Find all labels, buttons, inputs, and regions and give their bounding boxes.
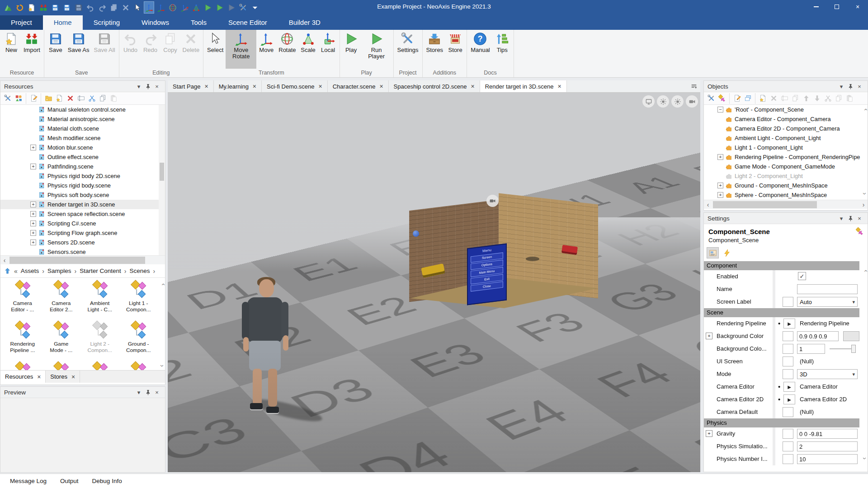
tree-expander[interactable]: − (717, 107, 723, 113)
scrollbar-thumb[interactable] (160, 163, 164, 181)
resource-thumbnail[interactable] (80, 361, 119, 370)
tree-item[interactable]: Mesh modifier.scene (0, 133, 165, 143)
qat-menu-icon[interactable] (250, 1, 260, 14)
document-tab[interactable]: Sci-fi Demo.scene × (262, 80, 328, 92)
app-logo-icon[interactable] (3, 1, 13, 14)
pin-icon[interactable] (143, 84, 152, 89)
tree-item[interactable]: Material anisotropic.scene (0, 114, 165, 124)
menu-item[interactable]: Scene Editor (217, 15, 278, 30)
tree-expander[interactable]: + (717, 183, 723, 188)
default-value-button[interactable] (783, 369, 793, 379)
settings-icon[interactable] (2, 93, 13, 104)
horizontal-scrollbar[interactable]: ‹ › (704, 200, 868, 209)
copy-icon[interactable] (833, 93, 844, 104)
undo-icon[interactable] (85, 1, 95, 14)
breadcrumb-back[interactable]: « (14, 267, 18, 275)
ribbon-button[interactable]: Manual (468, 30, 492, 69)
scroll-down-icon[interactable]: › (159, 365, 166, 367)
horizontal-scrollbar[interactable]: ‹ (0, 255, 165, 264)
resource-thumbnail[interactable]: Light 2 - Compon... (80, 320, 119, 360)
tree-expander[interactable]: + (30, 211, 36, 217)
panel-menu-icon[interactable]: ▾ (134, 83, 143, 90)
close-icon[interactable]: × (152, 83, 161, 90)
expand-reference-button[interactable]: ▶ (783, 394, 795, 404)
document-tab[interactable]: My.learning × (214, 80, 262, 92)
select-icon[interactable] (132, 1, 142, 14)
redo-icon[interactable] (97, 1, 107, 14)
category-component[interactable]: Component (704, 261, 859, 270)
events-icon[interactable] (721, 247, 733, 258)
ribbon-button[interactable]: Save (46, 30, 66, 69)
reference-value[interactable]: Camera Editor 2D (800, 393, 847, 406)
ribbon-button[interactable]: Tips (492, 30, 512, 69)
copy-icon[interactable] (108, 1, 119, 14)
tree-item[interactable]: Physics rigid body 2D.scene (0, 171, 165, 181)
tree-expander[interactable]: + (30, 202, 36, 207)
save-as-icon[interactable] (61, 1, 72, 14)
tree-expander[interactable]: + (30, 221, 36, 226)
tree-item[interactable]: + Ground - Component_MeshInSpace (704, 181, 868, 190)
scroll-left-icon[interactable]: ‹ (704, 200, 712, 209)
resource-thumbnail[interactable]: Game Mode - ... (42, 320, 81, 360)
tree-item[interactable]: Game Mode - Component_GameMode (704, 162, 868, 171)
document-tab[interactable]: Character.scene × (328, 80, 389, 92)
slider-thumb[interactable] (851, 345, 856, 353)
null-value[interactable]: (Null) (800, 406, 814, 418)
close-icon[interactable]: × (152, 389, 161, 396)
background-color-input[interactable] (797, 331, 839, 341)
vertical-scrollbar[interactable] (159, 105, 165, 255)
create-component-icon[interactable] (717, 93, 727, 104)
camera-gizmo-icon[interactable] (486, 195, 499, 207)
scene-viewport[interactable]: A1B1C1D1E1F1G1H1A1B1C1D1A2B2C2D2E2F2G2H2… (168, 93, 700, 472)
expand-plus-icon[interactable]: + (706, 430, 712, 437)
resource-thumbnail[interactable]: Camera Editor 2... (42, 280, 81, 319)
cut-icon[interactable] (822, 93, 833, 104)
panel-tab[interactable]: Stores × (46, 371, 80, 383)
ribbon-button[interactable]: Scale (298, 30, 318, 69)
tree-item[interactable]: Physics soft body.scene (0, 190, 165, 200)
menu-item[interactable]: Tools (180, 15, 217, 30)
ribbon-button[interactable]: Rotate (276, 30, 298, 69)
tree-expander[interactable]: + (717, 154, 723, 160)
ribbon-button[interactable]: New (1, 30, 21, 69)
tree-expander[interactable]: + (30, 230, 36, 236)
tree-item[interactable]: Ambient Light - Component_Light (704, 133, 868, 143)
move-icon[interactable] (156, 1, 166, 14)
rotate-icon[interactable] (167, 1, 178, 14)
settings-icon[interactable] (706, 93, 717, 104)
tree-item[interactable]: Material cloth.scene (0, 124, 165, 133)
ribbon-button[interactable]: Stores (424, 30, 446, 69)
reference-value[interactable]: Camera Editor (800, 380, 838, 393)
paste-icon[interactable] (844, 93, 855, 104)
tree-item[interactable]: Manual skeleton control.scene (0, 105, 165, 114)
enabled-checkbox[interactable]: ✓ (798, 272, 806, 280)
scrollbar-thumb[interactable] (9, 257, 145, 264)
settings-tools-icon[interactable] (238, 1, 248, 14)
pin-icon[interactable] (846, 84, 855, 89)
resource-thumbnail[interactable]: Camera Editor - ... (3, 280, 42, 319)
resource-thumbnail[interactable]: Light 1 - Compon... (119, 280, 158, 319)
edit-icon[interactable] (729, 93, 742, 104)
name-input[interactable] (797, 284, 858, 294)
scroll-up-icon[interactable]: › (159, 283, 166, 286)
breadcrumb-item[interactable]: Samples (47, 267, 71, 274)
physics-simulation-input[interactable] (797, 441, 858, 451)
document-tab[interactable]: Render target in 3D.scene × (480, 80, 567, 92)
color-swatch[interactable] (843, 331, 859, 341)
menu-item[interactable]: Windows (131, 15, 180, 30)
ribbon-button[interactable]: Delete (180, 30, 202, 69)
expand-reference-button[interactable]: ▶ (783, 382, 795, 392)
default-value-button[interactable] (783, 344, 793, 354)
delete-icon[interactable] (768, 93, 779, 104)
display-mode-icon[interactable] (642, 95, 655, 108)
panel-menu-icon[interactable]: ▾ (837, 83, 846, 90)
resource-thumbnail[interactable]: Ground - Compon... (119, 320, 158, 360)
tab-close-icon[interactable]: × (557, 83, 561, 90)
tree-item[interactable]: Outline effect.scene (0, 152, 165, 162)
scroll-down-icon[interactable]: › (861, 192, 868, 195)
default-value-button[interactable] (783, 357, 793, 366)
tree-item[interactable]: + Pathfinding.scene (0, 162, 165, 171)
tree-item[interactable]: Physics rigid body.scene (0, 181, 165, 190)
breadcrumb-item[interactable]: Starter Content (80, 267, 121, 274)
pin-icon[interactable] (846, 216, 855, 221)
